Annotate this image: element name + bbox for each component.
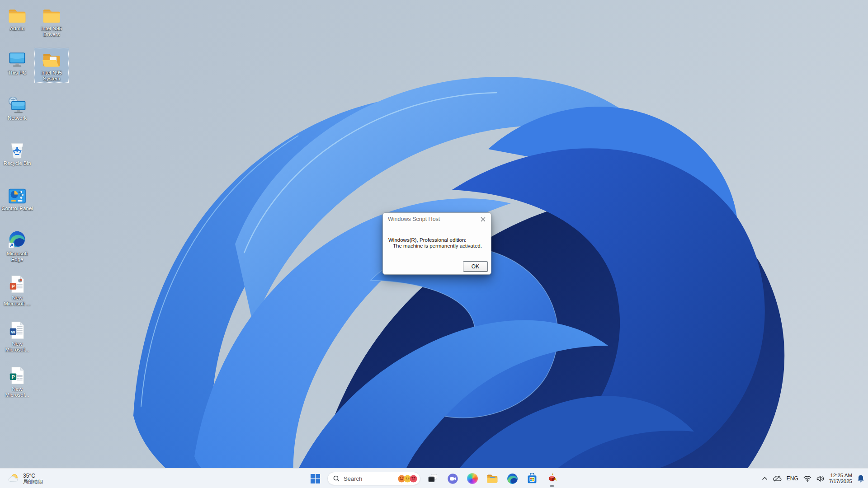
desktop-icon-network[interactable]: Network [0,93,34,122]
partly-sunny-icon [8,473,20,484]
desktop-icon-new-word[interactable]: W New Microsof... [0,319,34,354]
onedrive-offline-icon[interactable] [773,475,782,482]
close-icon[interactable] [476,214,489,225]
desktop-icon-recycle-bin[interactable]: Recycle Bin [0,138,34,167]
desktop-icon-label: New Microsoft ... [1,295,33,307]
desktop-icon-label: Control Panel [1,206,33,211]
system-tray: ENG 12:25 AM 7/17/2025 [762,469,865,488]
windows-script-host-dialog: Windows Script Host Windows(R), Professi… [382,212,491,275]
file-explorer-button[interactable] [483,469,501,488]
taskbar: 35°C 局部晴朗 Search [0,468,868,488]
dialog-message-line2: The machine is permanently activated. [388,243,482,249]
recycle-bin-icon [8,140,26,159]
speaker-icon[interactable] [816,475,824,482]
taskbar-center: Search [306,469,561,488]
desktop-icon-new-powerpoint[interactable]: P New Microsoft ... [0,273,34,308]
desktop-icon-label: Network [8,115,27,121]
desktop-icon-label: Intel N95 System [35,70,68,82]
dialog-titlebar[interactable]: Windows Script Host [383,213,491,225]
folder-icon [7,5,27,24]
tray-date: 7/17/2025 [829,479,852,484]
copilot-button[interactable] [463,469,481,488]
desktop-screen: Admin Intel N95 Drivers This PC Intel N9… [0,0,868,488]
clock[interactable]: 12:25 AM 7/17/2025 [829,473,852,484]
search-icon [333,475,340,482]
svg-text:P: P [11,374,14,380]
language-indicator[interactable]: ENG [787,475,798,482]
desktop-icon-intel-n95-system[interactable]: Intel N95 System [34,48,69,83]
desktop-icon-label: Microsoft Edge [1,251,33,263]
search-input[interactable]: Search [327,472,420,485]
weather-widget-button[interactable]: 35°C 局部晴朗 [5,469,46,488]
desktop-icon-microsoft-edge[interactable]: Microsoft Edge [0,229,34,263]
svg-text:W: W [11,329,15,334]
publisher-doc-icon: P [9,366,25,385]
desktop-icon-this-pc[interactable]: This PC [0,48,34,77]
tray-time: 12:25 AM [830,473,852,479]
desktop-icon-label: New Microsof... [1,341,33,353]
desktop-icon-intel-n95-drivers[interactable]: Intel N95 Drivers [34,4,69,38]
desktop-icon-label: New Microsof... [1,386,33,398]
edge-icon [507,473,518,484]
dialog-message: Windows(R), Professional edition: The ma… [388,237,482,249]
desktop-icon-label: This PC [8,70,27,76]
wsh-cube-icon [547,473,557,484]
desktop-icon-control-panel[interactable]: Control Panel [0,183,34,212]
desktop-icon-admin[interactable]: Admin [0,4,34,33]
desktop-icon-label: Admin [10,26,25,32]
microsoft-store-button[interactable] [523,469,541,488]
running-indicator [550,485,554,487]
notification-bell-icon[interactable] [857,474,864,483]
windows-start-icon [311,474,320,483]
edge-button[interactable] [503,469,521,488]
control-panel-icon [8,185,27,204]
windows-script-host-taskbar-button[interactable] [543,469,561,488]
folder-icon [42,5,61,24]
wifi-icon[interactable] [803,475,811,482]
task-view-button[interactable] [424,469,442,488]
word-doc-icon: W [9,321,25,340]
microsoft-store-icon [527,473,538,484]
network-icon [7,95,27,114]
task-view-icon [427,473,438,484]
desktop-icon-label: Intel N95 Drivers [35,26,68,38]
weather-temperature: 35°C [23,473,43,479]
chat-icon [447,473,458,484]
file-explorer-icon [486,474,498,484]
desktop-icon-new-publisher[interactable]: P New Microsof... [0,364,34,399]
dialog-message-line1: Windows(R), Professional edition: [388,237,482,243]
search-placeholder: Search [344,475,400,482]
powerpoint-doc-icon: P [9,275,25,294]
computer-icon [7,50,27,69]
ok-button[interactable]: OK [463,261,488,272]
folder-open-icon [42,50,61,69]
chat-button[interactable] [443,469,462,488]
dialog-title: Windows Script Host [388,216,440,222]
svg-text:P: P [11,284,14,289]
weather-condition: 局部晴朗 [23,479,43,484]
copilot-icon [467,473,478,484]
start-button[interactable] [306,469,324,488]
edge-icon [8,230,27,249]
emoji-love-face-icon [410,475,417,483]
desktop-icon-label: Recycle Bin [4,160,31,166]
hidden-icons-chevron-icon[interactable] [762,477,768,480]
